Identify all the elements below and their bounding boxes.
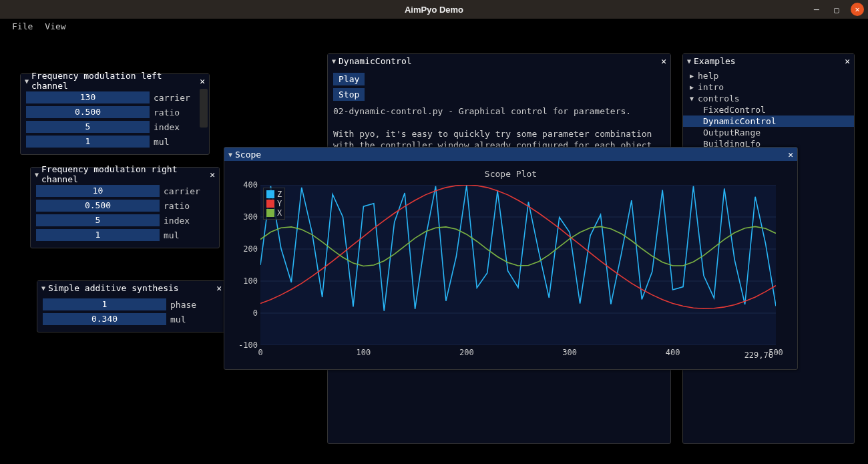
param-label: mul xyxy=(164,230,179,240)
y-tick-label: 100 xyxy=(243,276,258,286)
param-row: 0.340 mul xyxy=(43,313,220,325)
panel-header-fm-left[interactable]: ▼ Frequency modulation left channel ✕ xyxy=(21,74,209,87)
carrier-slider[interactable]: 130 xyxy=(26,91,150,103)
y-tick-label: -100 xyxy=(238,340,258,350)
chevron-right-icon: ▶ xyxy=(690,72,698,79)
collapse-icon: ▼ xyxy=(332,57,336,65)
param-label: index xyxy=(154,122,180,132)
collapse-icon: ▼ xyxy=(228,151,232,158)
tree-item-help[interactable]: ▶ help xyxy=(683,70,854,81)
param-label: carrier xyxy=(154,93,190,103)
stop-button[interactable]: Stop xyxy=(333,88,365,101)
menu-view[interactable]: View xyxy=(45,21,65,31)
tree-label: FixedControl xyxy=(703,105,766,115)
ratio-slider[interactable]: 0.500 xyxy=(36,200,160,212)
param-row: 10 carrier xyxy=(36,185,214,197)
legend-label: Y xyxy=(277,199,282,208)
menubar: File View xyxy=(0,19,868,33)
collapse-icon: ▼ xyxy=(41,284,45,292)
window-title: AimPyo Demo xyxy=(405,5,463,15)
maximize-icon[interactable]: ▢ xyxy=(831,3,843,15)
close-icon[interactable]: ✕ xyxy=(200,76,205,86)
window-titlebar: AimPyo Demo ─ ▢ ✕ xyxy=(0,0,868,19)
panel-title: Scope xyxy=(235,150,788,160)
x-tick-label: 0 xyxy=(258,348,262,357)
y-tick-label: 400 xyxy=(243,180,258,190)
close-icon[interactable]: ✕ xyxy=(851,3,864,16)
param-row: 0.500 ratio xyxy=(26,106,204,118)
legend-swatch-z xyxy=(266,190,274,198)
collapse-icon: ▼ xyxy=(25,77,29,85)
carrier-slider[interactable]: 10 xyxy=(36,185,160,197)
index-slider[interactable]: 5 xyxy=(26,121,150,133)
index-slider[interactable]: 5 xyxy=(36,214,160,226)
scrollbar[interactable] xyxy=(200,89,208,153)
param-label: phase xyxy=(170,300,196,310)
examples-tree: ▶ help ▶ intro ▼ controls FixedControl D… xyxy=(683,67,854,152)
param-label: ratio xyxy=(164,201,190,211)
play-button[interactable]: Play xyxy=(333,73,365,85)
panel-title: DynamicControl xyxy=(339,56,661,66)
legend-swatch-x xyxy=(266,209,274,217)
param-row: 0.500 ratio xyxy=(36,200,214,212)
param-label: mul xyxy=(170,314,186,324)
close-icon[interactable]: ✕ xyxy=(788,150,793,160)
tree-item-outputrange[interactable]: OutputRange xyxy=(683,127,854,138)
close-icon[interactable]: ✕ xyxy=(210,170,215,180)
y-tick-label: 0 xyxy=(253,308,258,318)
mul-slider[interactable]: 1 xyxy=(36,229,160,241)
panel-header-additive[interactable]: ▼ Simple additive synthesis ✕ xyxy=(37,281,226,294)
legend-swatch-y xyxy=(266,200,274,208)
mul-slider[interactable]: 1 xyxy=(26,136,150,148)
param-label: mul xyxy=(154,137,169,147)
panel-title: Frequency modulation right channel xyxy=(41,164,210,184)
close-icon[interactable]: ✕ xyxy=(661,56,666,66)
tree-label: intro xyxy=(698,82,724,92)
tree-item-intro[interactable]: ▶ intro xyxy=(683,81,854,93)
panel-header-dynamic-control[interactable]: ▼ DynamicControl ✕ xyxy=(328,54,670,67)
param-label: index xyxy=(164,216,190,226)
chart-title: Scope Plot xyxy=(230,165,792,183)
tree-label: OutputRange xyxy=(703,128,761,138)
menu-file[interactable]: File xyxy=(12,21,33,31)
mul-slider[interactable]: 0.340 xyxy=(43,313,166,325)
param-row: 1 phase xyxy=(43,298,220,310)
param-row: 5 index xyxy=(36,214,214,226)
tree-item-controls[interactable]: ▼ controls xyxy=(683,93,854,104)
param-row: 5 index xyxy=(26,121,204,133)
panel-header-examples[interactable]: ▼ Examples ✕ xyxy=(683,54,854,67)
panel-fm-right: ▼ Frequency modulation right channel ✕ 1… xyxy=(30,167,220,248)
panel-header-scope[interactable]: ▼ Scope ✕ xyxy=(224,148,797,161)
minimize-icon[interactable]: ─ xyxy=(811,3,823,15)
close-icon[interactable]: ✕ xyxy=(216,283,222,293)
ratio-slider[interactable]: 0.500 xyxy=(26,106,150,118)
y-tick-label: 200 xyxy=(243,244,258,254)
param-row: 130 carrier xyxy=(26,91,204,103)
collapse-icon: ▼ xyxy=(687,57,691,65)
plot-area[interactable]: Z Y X 229,76 -10001002003004000100200300… xyxy=(260,185,776,345)
legend-label: Z xyxy=(277,190,282,199)
chevron-down-icon: ▼ xyxy=(690,95,698,102)
panel-scope: ▼ Scope ✕ Scope Plot Z Y X 229,76 -10001… xyxy=(224,147,798,370)
panel-header-fm-right[interactable]: ▼ Frequency modulation right channel ✕ xyxy=(31,168,219,181)
legend-label: X xyxy=(277,208,282,218)
param-label: carrier xyxy=(164,186,200,196)
x-tick-label: 200 xyxy=(459,348,474,357)
phase-slider[interactable]: 1 xyxy=(43,298,166,310)
param-row: 1 mul xyxy=(36,229,214,241)
x-tick-label: 100 xyxy=(357,348,371,357)
tree-label: controls xyxy=(698,93,740,103)
scope-chart: Scope Plot Z Y X 229,76 -100010020030040… xyxy=(230,165,792,365)
param-row: 1 mul xyxy=(26,136,204,148)
chevron-right-icon: ▶ xyxy=(690,83,698,91)
collapse-icon: ▼ xyxy=(35,171,39,178)
close-icon[interactable]: ✕ xyxy=(845,56,850,66)
panel-fm-left: ▼ Frequency modulation left channel ✕ 13… xyxy=(20,73,210,155)
x-tick-label: 500 xyxy=(769,348,783,357)
tree-item-fixedcontrol[interactable]: FixedControl xyxy=(683,104,854,115)
x-tick-label: 400 xyxy=(666,348,680,357)
tree-label: DynamicControl xyxy=(703,116,777,126)
tree-label: help xyxy=(698,71,718,81)
tree-item-dynamiccontrol[interactable]: DynamicControl xyxy=(683,115,854,127)
panel-title: Simple additive synthesis xyxy=(48,283,216,293)
